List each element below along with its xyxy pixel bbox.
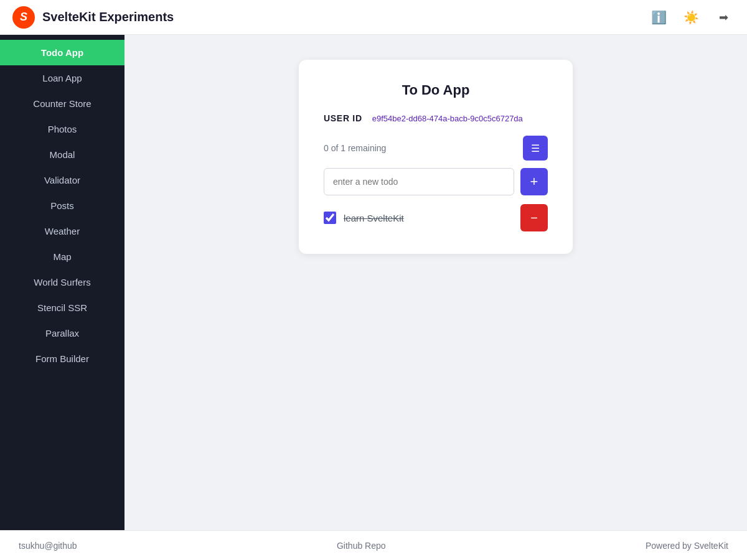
logout-button[interactable]: ➡ bbox=[712, 6, 735, 29]
app-title: SvelteKit Experiments bbox=[42, 10, 174, 24]
sidebar-item-todo-app[interactable]: Todo App bbox=[0, 40, 125, 65]
sidebar-item-modal[interactable]: Modal bbox=[0, 142, 125, 167]
user-id-label: USER ID bbox=[324, 113, 362, 123]
footer-right: Powered by SvelteKit bbox=[646, 541, 728, 551]
sidebar-item-parallax[interactable]: Parallax bbox=[0, 320, 125, 346]
sidebar-item-stencil-ssr[interactable]: Stencil SSR bbox=[0, 295, 125, 320]
remaining-text: 0 of 1 remaining bbox=[324, 143, 386, 153]
user-id-value: e9f54be2-dd68-474a-bacb-9c0c5c6727da bbox=[372, 114, 523, 123]
sidebar-item-weather[interactable]: Weather bbox=[0, 218, 125, 244]
sidebar-item-form-builder[interactable]: Form Builder bbox=[0, 346, 125, 371]
todo-item-text: learn SvelteKit bbox=[344, 213, 513, 223]
footer-left: tsukhu@github bbox=[19, 541, 77, 551]
info-icon: ℹ️ bbox=[651, 10, 667, 25]
minus-icon: − bbox=[530, 211, 538, 225]
todo-item-row: learn SvelteKit − bbox=[324, 204, 548, 231]
filter-button[interactable]: ☰ bbox=[523, 136, 548, 161]
sidebar-item-world-surfers[interactable]: World Surfers bbox=[0, 269, 125, 295]
app-header: S SvelteKit Experiments ℹ️ ☀️ ➡ bbox=[0, 0, 747, 35]
todo-input[interactable] bbox=[324, 168, 514, 195]
delete-todo-button[interactable]: − bbox=[520, 204, 548, 231]
github-repo-link[interactable]: Github Repo bbox=[337, 541, 386, 551]
user-id-row: USER ID e9f54be2-dd68-474a-bacb-9c0c5c67… bbox=[324, 113, 548, 123]
header-left: S SvelteKit Experiments bbox=[12, 6, 174, 29]
logout-icon: ➡ bbox=[719, 11, 728, 24]
info-button[interactable]: ℹ️ bbox=[647, 6, 670, 29]
content-area: To Do App USER ID e9f54be2-dd68-474a-bac… bbox=[125, 35, 747, 530]
sidebar-item-map[interactable]: Map bbox=[0, 244, 125, 269]
header-icons: ℹ️ ☀️ ➡ bbox=[647, 6, 735, 29]
plus-icon: + bbox=[530, 174, 538, 190]
app-logo: S bbox=[12, 6, 35, 29]
theme-toggle-button[interactable]: ☀️ bbox=[680, 6, 702, 29]
app-footer: tsukhu@github Github Repo Powered by Sve… bbox=[0, 530, 747, 560]
add-todo-button[interactable]: + bbox=[520, 168, 548, 195]
sidebar-item-posts[interactable]: Posts bbox=[0, 193, 125, 218]
sidebar-item-loan-app[interactable]: Loan App bbox=[0, 65, 125, 91]
todo-card-title: To Do App bbox=[324, 82, 548, 98]
main-layout: Todo AppLoan AppCounter StorePhotosModal… bbox=[0, 35, 747, 530]
sidebar-item-photos[interactable]: Photos bbox=[0, 116, 125, 142]
logo-letter: S bbox=[20, 11, 27, 24]
todo-card: To Do App USER ID e9f54be2-dd68-474a-bac… bbox=[299, 60, 573, 254]
sidebar-item-counter-store[interactable]: Counter Store bbox=[0, 91, 125, 116]
todo-input-row: + bbox=[324, 168, 548, 195]
todo-checkbox[interactable] bbox=[324, 212, 336, 224]
todo-controls: 0 of 1 remaining ☰ bbox=[324, 136, 548, 161]
sidebar-item-validator[interactable]: Validator bbox=[0, 167, 125, 193]
filter-icon: ☰ bbox=[531, 142, 540, 154]
sidebar: Todo AppLoan AppCounter StorePhotosModal… bbox=[0, 35, 125, 530]
sun-icon: ☀️ bbox=[684, 10, 699, 25]
